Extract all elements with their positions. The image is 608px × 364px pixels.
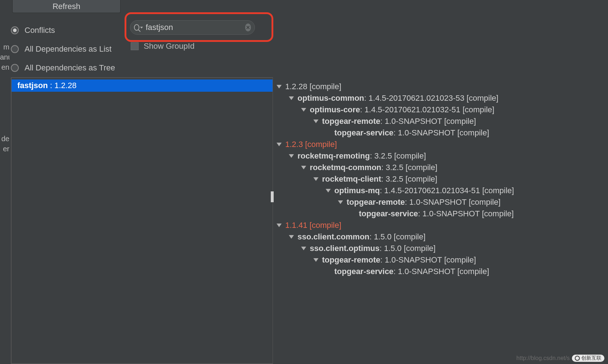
- cutoff-text: anu: [0, 52, 9, 62]
- artifact-name: fastjson: [17, 81, 48, 90]
- tree-artifact-name: topgear-remote: [322, 117, 380, 126]
- watermark-url: http://blog.csdn.net/s: [516, 355, 570, 361]
- toolbar: Refresh ConflictsAll Dependencies as Lis…: [0, 0, 608, 76]
- tree-artifact-meta: : 1.0-SNAPSHOT [compile]: [418, 209, 514, 218]
- tree-root-label: 1.1.41 [compile]: [285, 221, 341, 230]
- view-mode-radio[interactable]: All Dependencies as Tree: [11, 58, 115, 77]
- expand-arrow-icon[interactable]: [277, 224, 282, 227]
- tree-artifact-name: topgear-remote: [347, 198, 405, 207]
- radio-icon[interactable]: [11, 45, 19, 53]
- expand-arrow-icon[interactable]: [277, 143, 282, 146]
- tree-artifact-name: topgear-remote: [322, 255, 380, 265]
- tree-node[interactable]: topgear-remote : 1.0-SNAPSHOT [compile]: [277, 254, 606, 266]
- separator: :: [48, 81, 54, 90]
- tree-artifact-meta: : 3.2.5 [compile]: [370, 151, 426, 161]
- tree-root-node[interactable]: 1.1.41 [compile]: [277, 220, 606, 231]
- refresh-button[interactable]: Refresh: [12, 0, 121, 13]
- view-mode-radio[interactable]: All Dependencies as List: [11, 40, 115, 58]
- show-groupid-label: Show GroupId: [144, 42, 195, 51]
- globe-icon: [575, 356, 580, 361]
- radio-label: All Dependencies as List: [25, 44, 112, 54]
- tree-artifact-name: rocketmq-client: [322, 174, 381, 184]
- tree-root-node[interactable]: 1.2.28 [compile]: [277, 81, 606, 92]
- tree-artifact-meta: : 1.5.0 [compile]: [369, 232, 425, 242]
- tree-artifact-meta: : 1.0-SNAPSHOT [compile]: [380, 117, 476, 126]
- expand-arrow-icon[interactable]: [301, 247, 306, 250]
- search-input[interactable]: [146, 23, 245, 32]
- tree-artifact-meta: : 1.5.0 [compile]: [379, 244, 435, 253]
- expand-arrow-icon[interactable]: [326, 189, 331, 192]
- tree-artifact-name: sso.client.optimus: [310, 244, 379, 253]
- watermark: http://blog.csdn.net/s 创新互联: [516, 355, 604, 362]
- tree-node[interactable]: optimus-common : 1.4.5-20170621.021023-5…: [277, 92, 606, 104]
- artifact-version: 1.2.28: [55, 81, 77, 90]
- tree-artifact-meta: : 1.0-SNAPSHOT [compile]: [405, 198, 500, 207]
- tree-node[interactable]: rocketmq-remoting : 3.2.5 [compile]: [277, 150, 606, 162]
- radio-icon[interactable]: [11, 26, 19, 34]
- cutoff-text: en: [0, 62, 9, 72]
- tree-artifact-name: sso.client.common: [298, 232, 369, 242]
- tree-artifact-meta: : 1.0-SNAPSHOT [compile]: [394, 267, 489, 276]
- tree-artifact-name: rocketmq-remoting: [298, 151, 370, 161]
- tree-node[interactable]: topgear-service : 1.0-SNAPSHOT [compile]: [277, 266, 606, 277]
- tree-node[interactable]: rocketmq-client : 3.2.5 [compile]: [277, 173, 606, 185]
- view-mode-radios: ConflictsAll Dependencies as ListAll Dep…: [11, 21, 115, 77]
- tree-node[interactable]: optimus-core : 1.4.5-20170621.021032-51 …: [277, 104, 606, 116]
- tree-node[interactable]: topgear-remote : 1.0-SNAPSHOT [compile]: [277, 116, 606, 127]
- tree-artifact-meta: : 1.0-SNAPSHOT [compile]: [394, 128, 489, 138]
- cutoff-text: de: [0, 134, 9, 144]
- radio-label: All Dependencies as Tree: [25, 63, 115, 73]
- expand-arrow-icon[interactable]: [313, 177, 318, 181]
- tree-node[interactable]: optimus-mq : 1.4.5-20170621.021034-51 [c…: [277, 185, 606, 196]
- checkbox-icon[interactable]: [131, 42, 139, 50]
- expand-arrow-icon[interactable]: [289, 96, 294, 100]
- tree-artifact-meta: : 1.4.5-20170621.021032-51 [compile]: [360, 105, 494, 114]
- expand-arrow-icon[interactable]: [289, 154, 294, 158]
- clear-search-icon[interactable]: ✕: [245, 23, 251, 31]
- radio-label: Conflicts: [25, 26, 55, 35]
- tree-artifact-name: topgear-service: [334, 267, 394, 276]
- expand-arrow-icon[interactable]: [313, 258, 318, 262]
- artifact-list-pane[interactable]: fastjson : 1.2.28: [11, 77, 273, 364]
- tree-node[interactable]: sso.client.common : 1.5.0 [compile]: [277, 231, 606, 243]
- expand-arrow-icon[interactable]: [277, 85, 282, 88]
- tree-artifact-meta: : 1.4.5-20170621.021023-53 [compile]: [364, 94, 499, 103]
- expand-arrow-icon[interactable]: [301, 166, 306, 169]
- tree-artifact-meta: : 3.2.5 [compile]: [381, 163, 437, 172]
- search-options-caret-icon[interactable]: [140, 27, 143, 29]
- view-mode-radio[interactable]: Conflicts: [11, 21, 115, 40]
- tree-node[interactable]: topgear-service : 1.0-SNAPSHOT [compile]: [277, 208, 606, 220]
- tree-node[interactable]: sso.client.optimus : 1.5.0 [compile]: [277, 243, 606, 254]
- tree-node[interactable]: topgear-service : 1.0-SNAPSHOT [compile]: [277, 127, 606, 139]
- tree-root-label: 1.2.28 [compile]: [285, 82, 341, 91]
- cutoff-text: er: [0, 144, 9, 154]
- tree-node[interactable]: topgear-remote : 1.0-SNAPSHOT [compile]: [277, 196, 606, 208]
- radio-icon[interactable]: [11, 64, 19, 72]
- tree-artifact-meta: : 1.0-SNAPSHOT [compile]: [380, 255, 476, 265]
- tree-root-node[interactable]: 1.2.3 [compile]: [277, 139, 606, 150]
- tree-artifact-name: optimus-common: [298, 94, 364, 103]
- tree-artifact-name: optimus-core: [310, 105, 360, 114]
- dependency-tree-pane[interactable]: 1.2.28 [compile]optimus-common : 1.4.5-2…: [273, 77, 608, 364]
- expand-arrow-icon[interactable]: [313, 120, 318, 123]
- show-groupid-checkbox[interactable]: Show GroupId: [131, 42, 195, 51]
- expand-arrow-icon[interactable]: [301, 108, 306, 112]
- search-icon: [134, 24, 139, 31]
- tree-artifact-name: topgear-service: [334, 128, 394, 138]
- search-field[interactable]: ✕: [130, 20, 255, 35]
- main-split: fastjson : 1.2.28 1.2.28 [compile]optimu…: [11, 77, 608, 364]
- tree-node[interactable]: rocketmq-common : 3.2.5 [compile]: [277, 162, 606, 173]
- tree-artifact-meta: : 1.4.5-20170621.021034-51 [compile]: [380, 186, 514, 195]
- expand-arrow-icon[interactable]: [289, 235, 294, 239]
- tree-artifact-name: topgear-service: [359, 209, 418, 218]
- split-handle[interactable]: [271, 191, 274, 202]
- artifact-row-selected[interactable]: fastjson : 1.2.28: [12, 79, 273, 92]
- watermark-badge: 创新互联: [572, 355, 604, 362]
- expand-arrow-icon[interactable]: [338, 200, 343, 204]
- tree-root-label: 1.2.3 [compile]: [285, 140, 337, 149]
- cutoff-text: m: [0, 42, 9, 52]
- tree-artifact-name: rocketmq-common: [310, 163, 381, 172]
- tree-artifact-name: optimus-mq: [334, 186, 380, 195]
- tree-artifact-meta: : 3.2.5 [compile]: [381, 174, 437, 184]
